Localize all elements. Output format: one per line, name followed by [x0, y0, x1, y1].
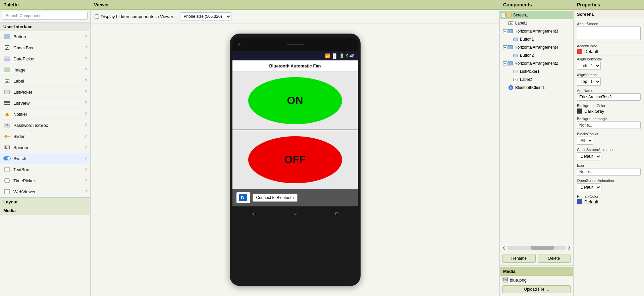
- scroll-right-arrow[interactable]: ❯: [568, 245, 571, 250]
- prop-openscreenanimation-select[interactable]: Default: [577, 183, 601, 191]
- prop-appname-input[interactable]: [577, 93, 641, 101]
- expand-ha2[interactable]: −: [503, 61, 507, 65]
- tree-item-listpicker1[interactable]: ListPicker1: [500, 67, 573, 76]
- prop-blockstoolkit-select[interactable]: All: [577, 137, 593, 145]
- tree-item-label1[interactable]: A Label1: [500, 19, 573, 27]
- listview-help-icon[interactable]: ?: [85, 101, 87, 105]
- prop-aboutscreen-input[interactable]: [577, 27, 641, 40]
- prop-icon-input[interactable]: [577, 168, 641, 176]
- tree-item-ha2[interactable]: − HorizontalArrangement2: [500, 59, 573, 67]
- image-help-icon[interactable]: ?: [85, 67, 87, 72]
- backgroundcolor-swatch[interactable]: [577, 108, 582, 114]
- on-button-area[interactable]: ON: [232, 71, 358, 130]
- slider-component-label: Slider: [13, 134, 83, 139]
- button-help-icon[interactable]: ?: [85, 34, 87, 39]
- palette-panel: Palette User Interface Button ? CheckBox…: [0, 0, 91, 296]
- primarycolor-swatch[interactable]: [577, 199, 582, 204]
- palette-item-slider[interactable]: Slider ?: [0, 131, 90, 142]
- palette-item-passwordtextbox[interactable]: •• PasswordTextBox ?: [0, 120, 90, 131]
- delete-button[interactable]: Delete: [538, 254, 571, 263]
- palette-item-notifier[interactable]: ! Notifier ?: [0, 109, 90, 120]
- scroll-left-arrow[interactable]: ❮: [502, 245, 505, 250]
- expand-screen1[interactable]: −: [502, 13, 506, 17]
- expand-ha3[interactable]: −: [503, 29, 507, 33]
- tree-item-ha4[interactable]: − HorizontalArrangement4: [500, 43, 573, 51]
- palette-item-checkbox[interactable]: CheckBox ?: [0, 42, 90, 53]
- palette-item-label[interactable]: A Label ?: [0, 76, 90, 87]
- tree-item-button1[interactable]: Button1: [500, 35, 573, 43]
- svg-rect-2: [4, 104, 10, 105]
- passwordtextbox-component-icon: ••: [3, 121, 11, 129]
- hidden-components-checkbox[interactable]: [95, 14, 99, 19]
- tree-item-btclient1[interactable]: B BluetoothClient1: [500, 84, 573, 92]
- label2-label: Label2: [520, 77, 532, 82]
- search-input[interactable]: [3, 12, 88, 20]
- viewer-header: Viewer: [91, 0, 499, 10]
- webviewer-help-icon[interactable]: ?: [85, 189, 87, 194]
- tree-item-button2[interactable]: Button2: [500, 51, 573, 59]
- on-button[interactable]: ON: [248, 77, 342, 124]
- palette-item-datepicker[interactable]: DatePicker ?: [0, 53, 90, 64]
- tree-item-label2[interactable]: A Label2: [500, 76, 573, 84]
- tree-item-screen1[interactable]: − Screen1: [500, 11, 573, 19]
- accentcolor-swatch[interactable]: [577, 49, 582, 54]
- datepicker-help-icon[interactable]: ?: [85, 56, 87, 61]
- signal-icon: ▐▌: [332, 53, 338, 58]
- switch-help-icon[interactable]: ?: [85, 156, 87, 161]
- palette-item-textbox[interactable]: TextBox ?: [0, 164, 90, 175]
- listpicker-help-icon[interactable]: ?: [85, 90, 87, 94]
- phone-status-icons: 📶 ▐▌ 🔋 9:48: [325, 53, 355, 58]
- prop-aboutscreen: AboutScreen: [574, 20, 644, 43]
- palette-item-webviewer[interactable]: WebViewer ?: [0, 186, 90, 197]
- recents-button-icon[interactable]: □: [336, 211, 338, 216]
- palette-item-timepicker[interactable]: TimePicker ?: [0, 175, 90, 186]
- palette-search-container: [0, 10, 90, 22]
- label1-label: Label1: [515, 21, 527, 26]
- palette-item-listpicker[interactable]: ListPicker ?: [0, 87, 90, 98]
- off-button-area[interactable]: OFF: [232, 130, 358, 189]
- timepicker-help-icon[interactable]: ?: [85, 178, 87, 183]
- scrollbar-track[interactable]: [507, 246, 566, 250]
- prop-alignvertical-select[interactable]: Top : 1: [577, 78, 601, 86]
- checkbox-help-icon[interactable]: ?: [85, 45, 87, 50]
- rename-button[interactable]: Rename: [502, 254, 536, 263]
- expand-ha4[interactable]: −: [503, 45, 507, 49]
- media-section-header[interactable]: Media: [0, 206, 90, 215]
- home-button-icon[interactable]: ○: [294, 211, 297, 216]
- slider-help-icon[interactable]: ?: [85, 134, 87, 139]
- palette-item-button[interactable]: Button ?: [0, 31, 90, 42]
- properties-list: AboutScreen AccentColor Default AlignHor…: [574, 19, 644, 296]
- prop-openscreenanimation-label: OpenScreenAnimation: [577, 179, 641, 183]
- label2-icon: A: [513, 77, 519, 83]
- passwordtextbox-help-icon[interactable]: ?: [85, 123, 87, 128]
- phone-size-select[interactable]: Phone size (505,320)Tablet size (1024,60…: [180, 12, 231, 20]
- notifier-component-icon: !: [3, 110, 11, 118]
- back-button-icon[interactable]: ◁: [252, 211, 255, 216]
- label-help-icon[interactable]: ?: [85, 79, 87, 83]
- media-item-blue-png[interactable]: IMG blue.png: [500, 276, 573, 284]
- components-scrollbar: ❮ ❯: [500, 244, 573, 251]
- palette-item-listview[interactable]: ListView ?: [0, 98, 90, 109]
- prop-backgroundimage-input[interactable]: [577, 121, 641, 129]
- spinner-help-icon[interactable]: ?: [85, 145, 87, 150]
- connect-bluetooth-button[interactable]: Connect to Bluetooth: [253, 194, 298, 202]
- textbox-help-icon[interactable]: ?: [85, 167, 87, 172]
- palette-item-switch[interactable]: Switch ?: [0, 153, 90, 164]
- ha3-icon: [507, 28, 513, 34]
- tree-item-ha3[interactable]: − HorizontalArrangement3: [500, 27, 573, 35]
- hidden-components-label[interactable]: Display hidden components in Viewer: [95, 14, 173, 19]
- layout-section-header[interactable]: Layout: [0, 197, 90, 206]
- prop-alignhorizontal-select[interactable]: Left : 1: [577, 62, 601, 70]
- palette-item-spinner[interactable]: List ▼ Spinner ?: [0, 142, 90, 153]
- palette-item-image[interactable]: Image ?: [0, 64, 90, 76]
- status-time-right: 9:48: [346, 53, 354, 58]
- prop-closescreenanimation-select[interactable]: Default: [577, 152, 601, 160]
- upload-file-button[interactable]: Upload File ...: [502, 285, 571, 293]
- svg-text:!: !: [7, 112, 8, 116]
- notifier-help-icon[interactable]: ?: [85, 112, 87, 116]
- bluetooth-icon-box: B: [236, 192, 250, 203]
- listpicker1-icon: [513, 68, 519, 75]
- scrollbar-thumb: [531, 246, 554, 250]
- off-button[interactable]: OFF: [248, 136, 342, 183]
- listview-component-label: ListView: [13, 101, 83, 106]
